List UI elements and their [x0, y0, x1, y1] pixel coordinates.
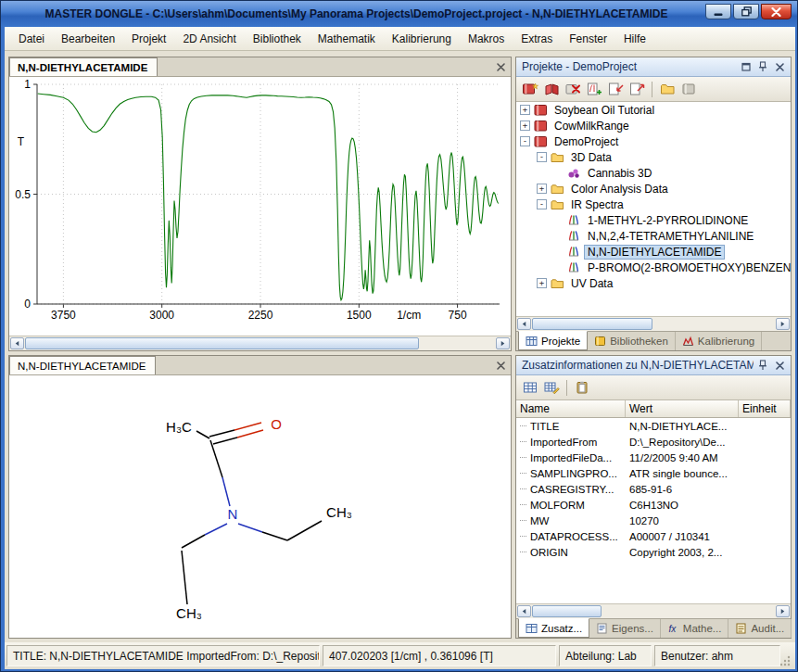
project-open-button[interactable]	[541, 80, 562, 99]
scroll-thumb[interactable]	[25, 337, 419, 349]
spectrum-chart-area[interactable]: 37503000225015007501/cm10.50T	[9, 77, 511, 336]
menu-fenster[interactable]: Fenster	[561, 29, 615, 49]
expand-icon[interactable]: +	[537, 278, 547, 288]
spectrum-hscrollbar[interactable]	[9, 336, 511, 350]
tree-item[interactable]: N,N-DIETHYLACETAMIDE	[516, 244, 791, 260]
collapse-icon[interactable]: -	[537, 199, 547, 209]
table-row[interactable]: ImportedFromD:\_Repository\De...	[516, 434, 791, 450]
tree-item[interactable]: Cannabis 3D	[516, 165, 791, 181]
resize-grip-icon[interactable]	[779, 653, 791, 666]
table-row[interactable]: MOLFORMC6H13NO	[516, 497, 791, 513]
tree-item[interactable]: 1-METHYL-2-PYRROLIDINONE	[516, 212, 791, 228]
tab-audit[interactable]: Audit...	[728, 619, 792, 638]
pin-button[interactable]	[755, 358, 770, 373]
table-row[interactable]: MW10270	[516, 513, 791, 528]
menu-mathematik[interactable]: Mathematik	[310, 29, 384, 49]
scroll-left-arrow-icon[interactable]	[517, 605, 531, 617]
scroll-thumb[interactable]	[532, 605, 602, 617]
tab-kalibrierung[interactable]: Kalibrierung	[676, 332, 762, 350]
clipboard-icon	[575, 381, 589, 394]
tree-item[interactable]: -DemoProject	[516, 133, 791, 149]
scroll-right-arrow-icon[interactable]	[496, 337, 510, 349]
clipboard-button[interactable]	[572, 378, 592, 398]
spectrum-add-button[interactable]	[584, 80, 604, 99]
scroll-right-arrow-icon[interactable]	[776, 605, 790, 617]
collapse-icon[interactable]: -	[537, 152, 547, 162]
table-row[interactable]: CASREGISTRY...685-91-6	[516, 481, 791, 497]
tree-item-label: DemoProject	[551, 134, 622, 149]
data-export-button[interactable]	[627, 80, 647, 99]
menu-makros[interactable]: Makros	[460, 29, 513, 49]
menu-kalibrierung[interactable]: Kalibrierung	[384, 29, 460, 49]
workbook-button[interactable]	[678, 80, 699, 99]
table-row[interactable]: DATAPROCESS...A00007 / J10341	[516, 528, 791, 544]
tree-item[interactable]: N,N,2,4-TETRAMETHYLANILINE	[516, 228, 791, 244]
pin-button[interactable]	[755, 59, 770, 74]
tree-item[interactable]: +CowMilkRange	[516, 118, 791, 133]
info-hscrollbar[interactable]	[516, 603, 791, 618]
table-row[interactable]: SAMPLINGPRO...ATR single bounce...	[516, 465, 791, 481]
tab-label: Bibliotheken	[610, 336, 668, 347]
project-new-button[interactable]	[520, 80, 540, 99]
menu-extras[interactable]: Extras	[513, 29, 561, 49]
folder-new-button[interactable]	[657, 80, 678, 99]
column-header-name[interactable]: Name	[516, 400, 626, 417]
close-button[interactable]	[761, 4, 792, 19]
close-icon[interactable]	[493, 59, 508, 74]
column-header-wert[interactable]: Wert	[626, 400, 739, 417]
svg-text:fx: fx	[668, 624, 677, 634]
tab-math-icon: fx	[667, 623, 679, 634]
grid-icon	[523, 381, 538, 394]
tab-bibliotheken[interactable]: Bibliotheken	[588, 332, 676, 350]
project-delete-button[interactable]	[563, 80, 583, 99]
minimize-button[interactable]	[705, 4, 731, 19]
tree-item[interactable]: +UV Data	[516, 275, 791, 291]
expand-icon[interactable]: +	[520, 105, 530, 115]
tree-item[interactable]: +Color Analysis Data	[516, 181, 791, 197]
tab-mathe[interactable]: fxMathe...	[661, 619, 729, 638]
scroll-thumb[interactable]	[532, 318, 652, 330]
menu-projekt[interactable]: Projekt	[123, 29, 174, 49]
tree-item[interactable]: P-BROMO(2-BROMOETHOXY)BENZEN	[516, 260, 791, 275]
close-icon[interactable]	[493, 358, 508, 373]
table-row[interactable]: ImportedFileDa...11/2/2005 9:40 AM	[516, 450, 791, 465]
spectrum-plot[interactable]: 37503000225015007501/cm10.50T	[9, 77, 511, 336]
table-row[interactable]: ORIGINCopyright 2003, 2...	[516, 544, 791, 560]
collapse-icon[interactable]: -	[520, 136, 530, 146]
tab-projekte[interactable]: Projekte	[518, 331, 588, 350]
restore-button[interactable]	[733, 4, 759, 19]
spectrum-icon	[567, 261, 584, 273]
menu-2d-ansicht[interactable]: 2D Ansicht	[174, 29, 244, 49]
projects-header[interactable]: Projekte - DemoProject	[516, 57, 791, 77]
expand-icon[interactable]: +	[520, 120, 530, 131]
structure-doc-tab[interactable]: N,N-DIETHYLACETAMIDE	[9, 356, 156, 374]
menu-bearbeiten[interactable]: Bearbeiten	[53, 29, 123, 49]
status-department: Abteilung: Lab	[559, 645, 652, 666]
tree-hscrollbar[interactable]	[516, 316, 791, 331]
info-header[interactable]: Zusatzinformationen zu N,N-DIETHYLACETAM…	[516, 356, 791, 375]
tree-item[interactable]: -3D Data	[516, 149, 791, 165]
close-icon[interactable]	[772, 358, 787, 373]
tab-eigens[interactable]: Eigens...	[589, 619, 661, 638]
scroll-right-arrow-icon[interactable]	[776, 318, 790, 330]
spectrum-doc-tab[interactable]: N,N-DIETHYLACETAMIDE	[9, 57, 158, 76]
workspace: N,N-DIETHYLACETAMIDE 3750300022501500750…	[5, 51, 795, 642]
scroll-left-arrow-icon[interactable]	[517, 318, 531, 330]
expand-icon[interactable]: +	[537, 184, 547, 194]
float-button[interactable]	[739, 59, 754, 74]
table-row[interactable]: TITLEN,N-DIETHYLACE...	[516, 418, 791, 434]
data-import-button[interactable]	[605, 80, 626, 99]
menu-hilfe[interactable]: Hilfe	[615, 29, 654, 49]
grid-edit-button[interactable]	[541, 378, 562, 398]
titlebar[interactable]: MASTER DONGLE - C:\Users\ahm\Documents\M…	[1, 1, 797, 27]
svg-text:0.5: 0.5	[15, 188, 31, 201]
column-header-einheit[interactable]: Einheit	[739, 400, 791, 417]
menu-bibliothek[interactable]: Bibliothek	[245, 29, 310, 49]
tab-zusatz[interactable]: Zusatz...	[518, 618, 589, 638]
menu-datei[interactable]: Datei	[10, 29, 53, 49]
tree-item[interactable]: -IR Spectra	[516, 197, 791, 212]
close-icon[interactable]	[772, 59, 787, 74]
grid-button[interactable]	[520, 378, 540, 398]
scroll-left-arrow-icon[interactable]	[10, 337, 24, 349]
tree-item[interactable]: +Soybean Oil Tutorial	[516, 102, 791, 118]
